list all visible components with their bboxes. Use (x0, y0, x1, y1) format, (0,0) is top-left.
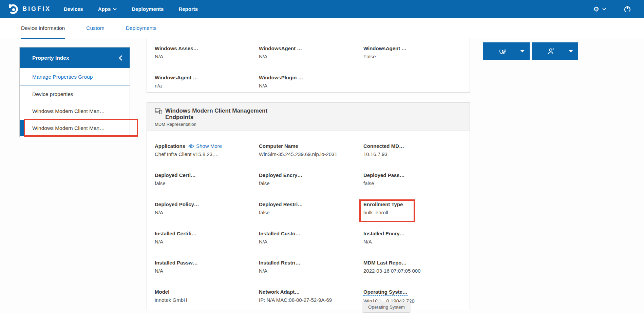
nav-item[interactable]: Deployments (132, 6, 164, 12)
power-icon (624, 5, 631, 13)
brand-name: BIGFIX (22, 5, 51, 13)
bigfix-logo-icon (7, 3, 19, 15)
property-value: 2022-03-16 07:07:05 000 (363, 268, 470, 274)
property-value: WinSim-35.245.239.69.nip.io-2031 (259, 151, 363, 157)
property-label: Connected MD… (363, 143, 404, 149)
add-user-action-button[interactable] (532, 42, 578, 60)
property-cell: Installed Restri… N/A (259, 260, 363, 289)
property-cell: Installed Passw… N/A (155, 260, 259, 289)
property-label: Enrollment Type (363, 201, 403, 207)
settings-menu-button[interactable]: ⚙ (593, 6, 606, 13)
tab[interactable]: Device Information (21, 18, 65, 39)
property-label: Deployed Encry… (259, 172, 302, 178)
property-value: false (259, 180, 363, 186)
property-value: N/A (259, 239, 363, 244)
eye-icon (188, 144, 194, 148)
property-value: N/A (155, 239, 259, 244)
property-label: WindowsPlugin … (259, 75, 303, 80)
tab[interactable]: Custom (86, 18, 104, 39)
property-cell: Deployed Encry… false (259, 172, 363, 201)
property-value: N/A (155, 210, 259, 215)
property-value: innotek GmbH (155, 297, 259, 303)
property-value: Chef Infra Client v15.8.23,… (155, 151, 259, 157)
mdm-section-header: Windows Modern Client Management Endpoin… (147, 103, 470, 131)
navbar-right: ⚙ (593, 0, 631, 18)
main-nav: Devices Apps Deployments Reports (64, 0, 198, 18)
sidebar-item-label: Windows Modern Client Man… (32, 125, 105, 131)
mdm-endpoints-card: Windows Modern Client Management Endpoin… (147, 102, 470, 310)
property-label: Deployed Restri… (259, 201, 303, 207)
property-cell: Deployed Policy… N/A (155, 201, 259, 231)
sidebar-item[interactable]: Device properties (20, 86, 130, 103)
property-value: N/A (155, 268, 259, 274)
property-value: false (155, 180, 259, 186)
top-navbar: BIGFIX Devices Apps Deployments Reports … (0, 0, 644, 18)
property-cell: Deployed Certi… false (155, 172, 259, 201)
gear-icon: ⚙ (593, 6, 599, 13)
property-index-header[interactable]: Property Index (20, 47, 130, 68)
chevron-left-icon (118, 55, 123, 61)
property-index-title: Property Index (32, 55, 118, 61)
deploy-action-button[interactable] (483, 42, 530, 60)
property-value: N/A (259, 268, 363, 274)
chevron-down-icon (602, 8, 606, 11)
nav-item[interactable]: Devices (64, 6, 83, 12)
device-tabs: Device Information Custom Deployments (0, 18, 644, 39)
property-cell: Network Adapt… IP: N/A MAC:08-00-27-52-9… (259, 289, 363, 313)
property-label: Installed Passw… (155, 260, 198, 266)
nav-item[interactable]: Apps (98, 6, 117, 12)
nav-item-label: Devices (64, 6, 83, 12)
nav-item[interactable]: Reports (178, 6, 198, 12)
sidebar-item[interactable]: Windows Modern Client Man… (20, 103, 130, 120)
property-label: Installed Custo… (259, 231, 301, 236)
property-value: N/A (363, 239, 470, 244)
property-value: false (363, 180, 470, 186)
property-label: Deployed Certi… (155, 172, 196, 178)
property-cell: Installed Custo… N/A (259, 231, 363, 260)
property-label: Deployed Policy… (155, 201, 199, 207)
caret-down-icon[interactable] (520, 50, 525, 53)
property-label: Operating Syste… (363, 289, 408, 296)
nav-item-label: Reports (178, 6, 198, 12)
property-cell: Enrollment Type bulk_enroll (363, 201, 470, 231)
add-user-icon (547, 47, 555, 55)
show-more-link[interactable]: Show More (188, 143, 222, 149)
property-label: WindowsAgent … (363, 45, 406, 51)
property-value: 10.16.7.93 (363, 151, 470, 157)
property-label: Applications (155, 143, 185, 149)
sidebar-item[interactable]: Manage Properties Group (20, 68, 130, 86)
properties-overview-card: Windows Asses… N/A WindowsAgent … N/A Wi… (147, 38, 470, 93)
property-label: Model (155, 289, 169, 295)
tooltip-text: Operating System (368, 305, 405, 310)
property-cell: Connected MD… 10.16.7.93 (363, 143, 470, 172)
property-cell: WindowsPlugin … N/A (259, 75, 363, 104)
chevron-down-icon (113, 8, 117, 11)
tab-label: Deployments (126, 25, 156, 31)
property-label: Installed Encry… (363, 231, 405, 236)
property-cell: Deployed Restri… false (259, 201, 363, 231)
property-label: Windows Asses… (155, 45, 198, 51)
show-more-label: Show More (196, 143, 222, 149)
property-label: Network Adapt… (259, 289, 300, 295)
property-cell: MDM Last Repo… 2022-03-16 07:07:05 000 (363, 260, 470, 289)
brand[interactable]: BIGFIX (7, 3, 51, 15)
mdm-property-grid: Applications Show More Chef Infra Client… (147, 131, 470, 313)
mdm-section-title: Windows Modern Client Management Endpoin… (165, 107, 277, 120)
property-label: Deployed Pass… (363, 172, 405, 178)
property-label: WindowsAgent … (259, 45, 302, 51)
property-label: Installed Certifi… (155, 231, 196, 236)
logout-button[interactable] (624, 5, 631, 13)
property-index-sidebar: Property Index Manage Properties Group D… (19, 47, 130, 137)
property-value: false (259, 210, 363, 215)
sidebar-item[interactable]: Windows Modern Client Man… (20, 120, 130, 137)
property-label: Computer Name (259, 143, 298, 149)
property-cell: Computer Name WinSim-35.245.239.69.nip.i… (259, 143, 363, 172)
tab-label: Custom (86, 25, 104, 31)
caret-down-icon[interactable] (569, 50, 573, 53)
nav-item-label: Deployments (132, 6, 164, 12)
property-label: WindowsAgent … (155, 75, 198, 80)
property-cell: Deployed Pass… false (363, 172, 470, 201)
tab[interactable]: Deployments (126, 18, 156, 39)
property-value: IP: N/A MAC:08-00-27-52-9A-69 (259, 297, 363, 303)
sidebar-item-label: Manage Properties Group (32, 74, 93, 80)
